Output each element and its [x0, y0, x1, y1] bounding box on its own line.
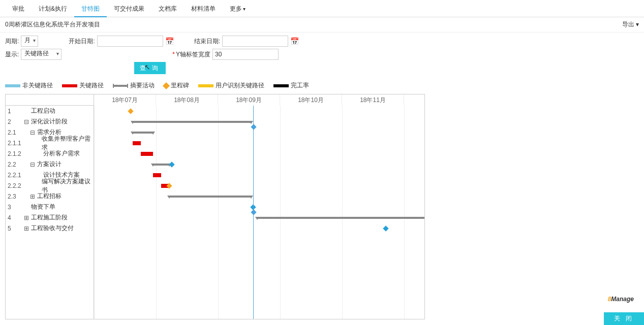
legend-swatch	[273, 84, 289, 87]
task-num: 5	[8, 225, 23, 232]
collapse-icon[interactable]: ⊟	[29, 129, 36, 136]
expand-icon[interactable]: ⊞	[23, 225, 30, 232]
task-num: 1	[8, 108, 23, 115]
task-name: 深化设计阶段	[30, 117, 68, 126]
summary-bar[interactable]	[257, 217, 424, 219]
task-num: 2.3	[8, 193, 23, 200]
task-row[interactable]: 4⊞工程施工阶段	[6, 212, 94, 223]
legend-swatch	[62, 84, 77, 87]
legend-swatch	[163, 82, 170, 89]
chevron-down-icon: ▾	[243, 6, 246, 12]
gantt-row	[94, 159, 424, 170]
task-column: 1工程启动2⊟深化设计阶段2.1⊟需求分析2.1.1收集并整理客户需求2.1.2…	[6, 94, 94, 319]
close-button[interactable]: 关 闭	[604, 312, 644, 319]
task-row[interactable]: 2.1.2分析客户需求	[6, 148, 94, 159]
legend-label: 用户识别关键路径	[216, 81, 264, 90]
task-bar[interactable]	[133, 141, 141, 145]
ywidth-input[interactable]	[212, 49, 279, 60]
title-row: 0周桥灌区信息化系统平台开发项目 导出 ▾	[0, 17, 644, 32]
calendar-icon[interactable]: 📅	[165, 37, 174, 45]
end-date-input[interactable]	[222, 36, 288, 47]
tab-2[interactable]: 甘特图	[74, 0, 107, 17]
milestone-icon[interactable]	[383, 225, 388, 231]
controls-panel: 周期: 月 开始日期: 📅 结束日期: 📅 显示: 关键路径 * Y轴标签宽度 …	[0, 32, 644, 79]
task-row[interactable]: 2.3⊞工程招标	[6, 191, 94, 202]
task-name: 工程启动	[30, 107, 55, 115]
expand-icon[interactable]: ⊞	[23, 214, 30, 221]
legend-swatch	[113, 85, 128, 87]
task-row[interactable]: 2.1.1收集并整理客户需求	[6, 138, 94, 148]
gantt-row	[94, 191, 424, 202]
gantt-row	[94, 127, 424, 138]
tab-bar: 审批计划&执行甘特图可交付成果文档库材料清单更多▾	[0, 0, 644, 17]
required-star: *	[172, 51, 175, 58]
gantt-row	[94, 138, 424, 148]
start-date-input[interactable]	[97, 36, 163, 47]
period-select[interactable]: 月	[21, 36, 38, 47]
task-row[interactable]: 1工程启动	[6, 106, 94, 116]
tab-4[interactable]: 文档库	[151, 0, 184, 17]
task-row[interactable]: 2⊟深化设计阶段	[6, 116, 94, 127]
month-header: 18年10月	[280, 94, 342, 106]
tab-0[interactable]: 审批	[5, 0, 32, 17]
legend-item: 里程碑	[164, 81, 189, 90]
task-bar[interactable]	[141, 152, 153, 156]
task-num: 2.1	[8, 129, 23, 136]
task-row[interactable]: 2.2⊟方案设计	[6, 159, 94, 170]
task-row[interactable]: 2.2.2编写解决方案建议书	[6, 180, 94, 191]
gantt-row	[94, 116, 424, 127]
task-num: 2.2	[8, 161, 23, 168]
expand-icon[interactable]: ⊞	[29, 193, 36, 200]
legend-swatch	[198, 84, 213, 87]
query-button[interactable]: 查 询	[134, 62, 166, 74]
milestone-icon[interactable]	[128, 108, 134, 114]
tab-1[interactable]: 计划&执行	[32, 0, 74, 17]
task-name: 工程招标	[36, 192, 62, 201]
task-row[interactable]: 5⊞工程验收与交付	[6, 223, 94, 234]
summary-bar[interactable]	[153, 164, 169, 166]
chevron-down-icon: ▾	[636, 21, 639, 28]
export-button[interactable]: 导出 ▾	[622, 20, 639, 29]
gantt-row	[94, 170, 424, 180]
start-date-label: 开始日期:	[69, 37, 95, 46]
collapse-icon[interactable]: ⊟	[29, 161, 36, 168]
month-header: 18年11月	[342, 94, 404, 106]
gantt-row	[94, 180, 424, 191]
gantt-row	[94, 148, 424, 159]
task-name: 物资下单	[30, 203, 55, 211]
calendar-icon[interactable]: 📅	[290, 37, 299, 45]
summary-bar[interactable]	[133, 121, 251, 123]
gantt-row	[94, 202, 424, 212]
task-num: 3	[8, 204, 23, 211]
task-num: 2.2.1	[8, 172, 23, 179]
task-num: 2.1.1	[8, 140, 22, 147]
task-name: 工程验收与交付	[30, 224, 74, 233]
project-title: 0周桥灌区信息化系统平台开发项目	[5, 20, 100, 29]
gantt-row	[94, 106, 424, 116]
display-label: 显示:	[5, 50, 19, 59]
legend: 非关键路径关键路径摘要活动里程碑用户识别关键路径完工率	[0, 79, 644, 94]
month-header: 18年08月	[156, 94, 218, 106]
legend-item: 完工率	[273, 81, 309, 90]
legend-label: 摘要活动	[130, 81, 155, 90]
tab-6[interactable]: 更多▾	[223, 0, 253, 17]
legend-label: 里程碑	[171, 81, 189, 90]
summary-bar[interactable]	[169, 196, 251, 198]
month-header: 18年07月	[94, 94, 156, 106]
gantt-chart: 1工程启动2⊟深化设计阶段2.1⊟需求分析2.1.1收集并整理客户需求2.1.2…	[5, 94, 425, 319]
display-select[interactable]: 关键路径	[21, 49, 62, 60]
task-name: 工程施工阶段	[30, 213, 68, 222]
tab-5[interactable]: 材料清单	[184, 0, 223, 17]
tab-3[interactable]: 可交付成果	[107, 0, 151, 17]
task-bar[interactable]	[153, 173, 161, 177]
legend-swatch	[5, 84, 20, 87]
task-row[interactable]: 3物资下单	[6, 202, 94, 212]
legend-item: 非关键路径	[5, 81, 53, 90]
month-header: 18年09月	[218, 94, 280, 106]
task-num: 4	[8, 214, 23, 221]
ywidth-label: Y轴标签宽度	[176, 50, 210, 59]
legend-label: 关键路径	[79, 81, 104, 90]
summary-bar[interactable]	[133, 132, 153, 134]
logo: 8Manage	[608, 288, 634, 305]
collapse-icon[interactable]: ⊟	[23, 118, 30, 125]
